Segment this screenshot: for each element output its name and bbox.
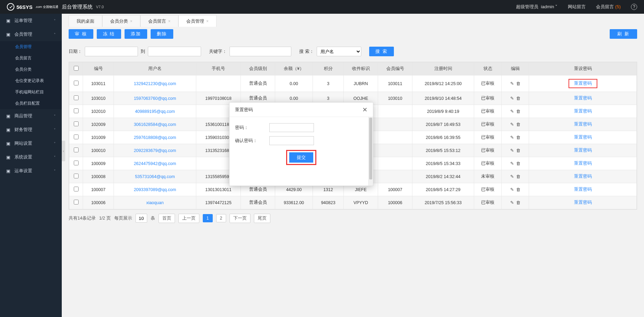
delete-icon[interactable]: 🗑 xyxy=(516,96,520,101)
refresh-button[interactable]: 刷 新 xyxy=(610,29,637,39)
username-link[interactable]: 1329421230@qq.com xyxy=(134,81,176,86)
modal-close-icon[interactable]: ✕ xyxy=(362,106,367,114)
add-button[interactable]: 添加 xyxy=(125,29,147,39)
sidebar-sub-item[interactable]: 会员管理 xyxy=(0,41,62,52)
reset-password-link[interactable]: 重置密码 xyxy=(574,96,592,101)
row-checkbox[interactable] xyxy=(74,187,79,191)
page-next[interactable]: 下一页 xyxy=(230,214,250,223)
delete-icon[interactable]: 🗑 xyxy=(516,109,520,114)
username-link[interactable]: 2624475942@qq.com xyxy=(134,161,176,166)
edit-icon[interactable]: ✎ xyxy=(510,174,514,179)
reset-password-link[interactable]: 重置密码 xyxy=(574,174,592,179)
sidebar-sub-item[interactable]: 会员栏目配置 xyxy=(0,98,62,109)
username-link[interactable]: 2093397089@qq.com xyxy=(134,187,176,192)
search-button[interactable]: 搜 索 xyxy=(369,47,394,56)
cell-id: 100009 xyxy=(83,157,114,170)
delete-icon[interactable]: 🗑 xyxy=(516,81,520,86)
sidebar-sub-item[interactable]: 手机端网站栏目 xyxy=(0,86,62,98)
username-link[interactable]: 2092283679@qq.com xyxy=(134,148,176,153)
page-last[interactable]: 尾页 xyxy=(254,214,270,223)
delete-icon[interactable]: 🗑 xyxy=(516,161,520,166)
freeze-button[interactable]: 冻 结 xyxy=(97,29,121,39)
delete-icon[interactable]: 🗑 xyxy=(516,135,520,140)
row-checkbox[interactable] xyxy=(74,148,79,152)
tab[interactable]: 会员留言× xyxy=(140,15,178,27)
sidebar-item[interactable]: ▣运单管理˅ xyxy=(0,14,62,27)
username-link[interactable]: 1597063760@qq.com xyxy=(134,96,176,101)
tab-close-icon[interactable]: × xyxy=(130,19,132,24)
page-first[interactable]: 首页 xyxy=(159,214,175,223)
submit-button[interactable]: 提交 xyxy=(289,152,313,163)
page-2[interactable]: 2 xyxy=(216,214,226,222)
row-checkbox[interactable] xyxy=(74,161,79,165)
page-prev[interactable]: 上一页 xyxy=(178,214,199,223)
username-link[interactable]: xiaoquan xyxy=(146,200,164,205)
delete-button[interactable]: 删除 xyxy=(151,29,173,39)
tab[interactable]: 会员分类× xyxy=(102,15,140,27)
sidebar-sub-item[interactable]: 会员分类 xyxy=(0,64,62,75)
keyword-input[interactable] xyxy=(230,47,291,56)
delete-icon[interactable]: 🗑 xyxy=(516,148,520,153)
edit-icon[interactable]: ✎ xyxy=(510,200,514,205)
modal-scrollbar[interactable] xyxy=(368,117,373,186)
tab[interactable]: 我的桌面 xyxy=(69,15,102,27)
row-checkbox[interactable] xyxy=(74,108,79,113)
sidebar-item[interactable]: ▣财务管理˅ xyxy=(0,123,62,137)
select-all-checkbox[interactable] xyxy=(74,66,79,71)
edit-icon[interactable]: ✎ xyxy=(510,109,514,114)
member-message-link[interactable]: 会员留言 (5) xyxy=(596,4,621,10)
delete-icon[interactable]: 🗑 xyxy=(516,174,520,179)
sidebar-item[interactable]: ▣网站设置˅ xyxy=(0,137,62,150)
tab-close-icon[interactable]: × xyxy=(168,19,171,24)
delete-icon[interactable]: 🗑 xyxy=(516,187,520,192)
delete-icon[interactable]: 🗑 xyxy=(516,122,520,127)
row-checkbox[interactable] xyxy=(74,134,79,139)
sidebar-item[interactable]: ▣商品管理˅ xyxy=(0,109,62,123)
confirm-password-input[interactable] xyxy=(269,136,314,145)
row-checkbox[interactable] xyxy=(74,121,79,126)
sidebar-sub-item[interactable]: 仓位变更记录表 xyxy=(0,75,62,86)
reset-password-link[interactable]: 重置密码 xyxy=(574,109,592,114)
tab-close-icon[interactable]: × xyxy=(206,19,209,24)
row-checkbox[interactable] xyxy=(74,81,79,85)
reset-password-link[interactable]: 重置密码 xyxy=(569,79,597,88)
edit-icon[interactable]: ✎ xyxy=(510,96,514,101)
reset-password-link[interactable]: 重置密码 xyxy=(574,200,592,205)
edit-icon[interactable]: ✎ xyxy=(510,161,514,166)
username-link[interactable]: 2597618808@qq.com xyxy=(134,135,176,140)
sidebar-item[interactable]: ▣会员管理˄ xyxy=(0,27,62,41)
help-icon[interactable]: ? xyxy=(631,4,637,10)
sidebar-item[interactable]: ▣运单设置˅ xyxy=(0,164,62,178)
reset-password-link[interactable]: 重置密码 xyxy=(574,148,592,153)
password-input[interactable] xyxy=(269,123,314,132)
sidebar-collapse-handle[interactable]: ‹ xyxy=(62,141,65,161)
perpage-input[interactable] xyxy=(136,214,147,223)
page-1[interactable]: 1 xyxy=(203,214,213,222)
searchby-select[interactable]: 用户名 xyxy=(317,47,361,56)
sidebar-sub-item[interactable]: 会员留言 xyxy=(0,52,62,64)
site-message-link[interactable]: 网站留言 xyxy=(568,4,586,10)
reset-password-link[interactable]: 重置密码 xyxy=(574,135,592,140)
reset-password-link[interactable]: 重置密码 xyxy=(574,122,592,127)
reset-password-link[interactable]: 重置密码 xyxy=(574,161,592,166)
edit-icon[interactable]: ✎ xyxy=(510,135,514,140)
username-link[interactable]: 3061628584@qq.com xyxy=(134,122,176,127)
row-checkbox[interactable] xyxy=(74,95,79,100)
tab[interactable]: 会员管理× xyxy=(178,15,216,27)
username-link[interactable]: 409889195@qq.com xyxy=(135,109,175,114)
sidebar-item-label: 会员管理 xyxy=(14,31,32,37)
username-link[interactable]: 535731064@qq.com xyxy=(135,174,175,179)
row-checkbox[interactable] xyxy=(74,200,79,204)
audit-button[interactable]: 审 核 xyxy=(69,29,93,39)
sidebar-item[interactable]: ▣系统设置˅ xyxy=(0,150,62,164)
row-checkbox[interactable] xyxy=(74,174,79,178)
date-from-input[interactable] xyxy=(85,47,138,56)
reset-password-link[interactable]: 重置密码 xyxy=(574,187,592,192)
edit-icon[interactable]: ✎ xyxy=(510,122,514,127)
edit-icon[interactable]: ✎ xyxy=(510,81,514,86)
date-to-input[interactable] xyxy=(148,47,201,56)
edit-icon[interactable]: ✎ xyxy=(510,148,514,153)
sidebar-item-label: 运单设置 xyxy=(14,168,32,174)
delete-icon[interactable]: 🗑 xyxy=(516,200,520,205)
edit-icon[interactable]: ✎ xyxy=(510,187,514,192)
